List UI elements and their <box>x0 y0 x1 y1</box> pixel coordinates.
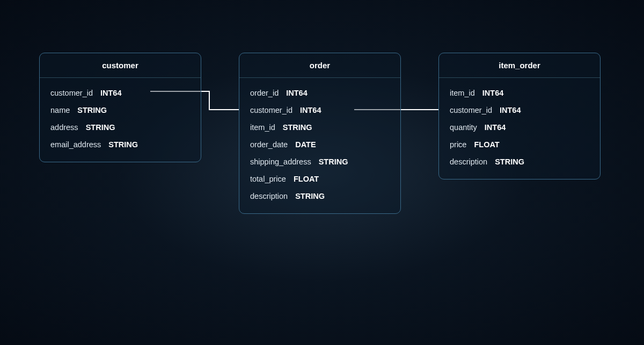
column-type: INT64 <box>286 89 308 97</box>
entity-columns: order_id INT64 customer_id INT64 item_id… <box>239 78 400 213</box>
column-name: email_address <box>50 140 101 149</box>
column-type: INT64 <box>100 89 122 97</box>
column-name: item_id <box>250 123 275 132</box>
entity-order: order order_id INT64 customer_id INT64 i… <box>239 53 401 214</box>
column-row: name STRING <box>50 102 190 119</box>
column-row: total_price FLOAT <box>250 170 390 188</box>
column-type: STRING <box>108 140 138 149</box>
column-name: order_date <box>250 140 288 149</box>
column-row: customer_id INT64 <box>50 84 190 102</box>
column-row: item_id STRING <box>250 119 390 136</box>
column-type: STRING <box>319 157 348 166</box>
column-type: STRING <box>295 192 325 200</box>
column-name: order_id <box>250 89 279 97</box>
column-name: name <box>50 106 70 114</box>
column-name: shipping_address <box>250 157 311 166</box>
column-row: customer_id INT64 <box>250 102 390 119</box>
column-row: order_date DATE <box>250 136 390 153</box>
column-type: DATE <box>295 140 316 149</box>
entity-title: customer <box>40 53 201 78</box>
column-type: FLOAT <box>294 175 319 183</box>
column-name: address <box>50 123 78 132</box>
column-row: price FLOAT <box>450 136 589 153</box>
column-name: total_price <box>250 175 286 183</box>
column-name: price <box>450 140 466 149</box>
column-row: quantity INT64 <box>450 119 589 136</box>
column-row: address STRING <box>50 119 190 136</box>
column-row: email_address STRING <box>50 136 190 153</box>
column-name: description <box>250 192 288 200</box>
entity-columns: item_id INT64 customer_id INT64 quantity… <box>439 78 600 179</box>
er-diagram: customer customer_id INT64 name STRING a… <box>0 0 644 345</box>
entity-columns: customer_id INT64 name STRING address ST… <box>40 78 201 162</box>
column-row: description STRING <box>250 188 390 205</box>
column-type: FLOAT <box>474 140 499 149</box>
entity-title: order <box>239 53 400 78</box>
entity-customer: customer customer_id INT64 name STRING a… <box>39 53 201 162</box>
column-type: STRING <box>495 157 524 166</box>
column-name: description <box>450 157 487 166</box>
entity-title: item_order <box>439 53 600 78</box>
column-row: customer_id INT64 <box>450 102 589 119</box>
column-type: INT64 <box>300 106 321 114</box>
column-name: customer_id <box>450 106 492 114</box>
column-row: order_id INT64 <box>250 84 390 102</box>
column-type: STRING <box>86 123 115 132</box>
column-type: STRING <box>77 106 107 114</box>
column-row: item_id INT64 <box>450 84 589 102</box>
entity-item-order: item_order item_id INT64 customer_id INT… <box>438 53 601 179</box>
column-name: customer_id <box>250 106 292 114</box>
column-row: description STRING <box>450 153 589 170</box>
column-name: quantity <box>450 123 477 132</box>
column-type: STRING <box>283 123 312 132</box>
column-type: INT64 <box>482 89 504 97</box>
column-row: shipping_address STRING <box>250 153 390 170</box>
column-type: INT64 <box>485 123 506 132</box>
column-type: INT64 <box>500 106 521 114</box>
column-name: item_id <box>450 89 475 97</box>
column-name: customer_id <box>50 89 93 97</box>
